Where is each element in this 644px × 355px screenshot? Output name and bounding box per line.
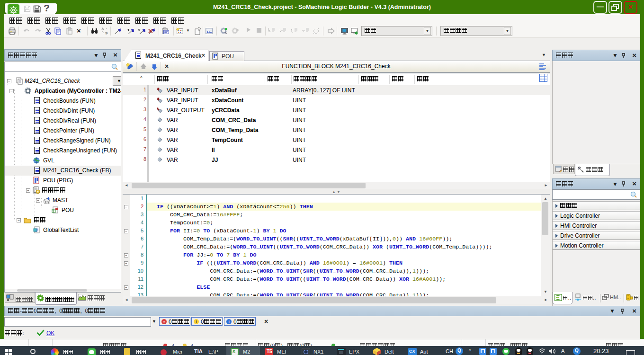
svg-text:B: B <box>106 32 107 35</box>
